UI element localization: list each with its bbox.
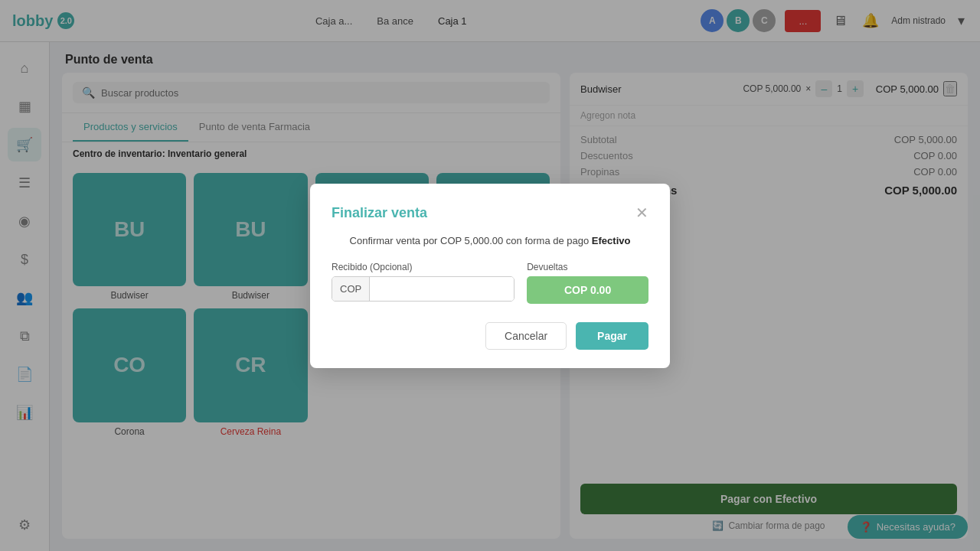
- received-input-group: COP: [332, 276, 514, 302]
- modal-actions: Cancelar Pagar: [332, 322, 648, 350]
- cancel-button[interactable]: Cancelar: [485, 322, 567, 350]
- return-value: COP 0.00: [527, 276, 648, 304]
- received-input[interactable]: [370, 277, 514, 301]
- received-prefix: COP: [332, 277, 370, 301]
- received-field: Recibido (Opcional) COP: [332, 262, 514, 304]
- modal-fields: Recibido (Opcional) COP Devueltas COP 0.…: [332, 262, 648, 304]
- finalizar-venta-modal: Finalizar venta ✕ Confirmar venta por CO…: [310, 184, 670, 368]
- pay-confirm-button[interactable]: Pagar: [576, 322, 648, 350]
- modal-title: Finalizar venta: [332, 205, 427, 221]
- modal-confirm-text: Confirmar venta por COP 5,000.00 con for…: [332, 235, 648, 246]
- modal-header: Finalizar venta ✕: [332, 205, 648, 221]
- modal-close-button[interactable]: ✕: [635, 205, 648, 220]
- return-field: Devueltas COP 0.00: [527, 262, 648, 304]
- modal-overlay: Finalizar venta ✕ Confirmar venta por CO…: [0, 0, 980, 551]
- return-label: Devueltas: [527, 262, 648, 272]
- received-label: Recibido (Opcional): [332, 262, 514, 272]
- modal-pay-method: Efectivo: [592, 235, 631, 246]
